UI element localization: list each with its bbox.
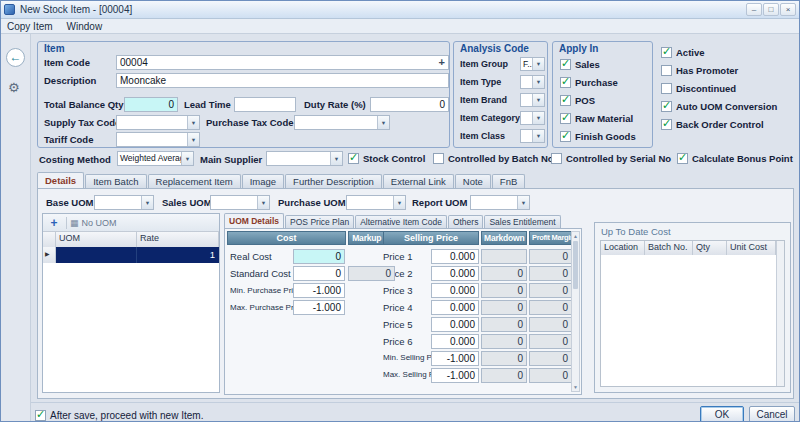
total-balance-qty-input[interactable]: 0 [124, 97, 178, 112]
subtab-uom-details[interactable]: UOM Details [224, 213, 284, 228]
vertical-scrollbar[interactable]: ▲ ▼ [571, 231, 580, 392]
profit-margin-input[interactable]: 0 [529, 283, 572, 298]
checkbox-discontinued[interactable]: Discontinued [661, 82, 736, 95]
standard-cost-markup-input[interactable]: 0 [348, 266, 395, 281]
markdown-input[interactable]: 0 [481, 300, 527, 315]
tab-note[interactable]: Note [455, 174, 491, 188]
markdown-input[interactable]: 0 [481, 334, 527, 349]
chevron-down-icon[interactable]: ▼ [187, 133, 199, 146]
supply-tax-code-combo[interactable]: ▼ [116, 115, 200, 130]
chevron-down-icon[interactable]: ▼ [532, 130, 544, 142]
markdown-input[interactable]: 0 [481, 351, 527, 366]
scroll-down-icon[interactable]: ▼ [572, 383, 579, 391]
tab-further-description[interactable]: Further Description [285, 174, 382, 188]
report-uom-combo[interactable]: ▼ [470, 195, 530, 210]
item-group-combo[interactable]: F...▼ [520, 57, 545, 71]
checkbox-auto-uom-conversion[interactable]: Auto UOM Conversion [661, 100, 777, 113]
chevron-down-icon[interactable]: ▼ [532, 94, 544, 106]
chevron-down-icon[interactable]: ▼ [393, 196, 405, 209]
gear-icon[interactable]: ⚙ [8, 80, 20, 95]
chevron-down-icon[interactable]: ▼ [532, 112, 544, 124]
subtab-alternative-item-code[interactable]: Alternative Item Code [355, 215, 447, 228]
chevron-down-icon[interactable]: ▼ [517, 196, 529, 209]
tab-image[interactable]: Image [242, 174, 284, 188]
markdown-input[interactable] [481, 249, 527, 264]
lead-time-input[interactable] [234, 97, 296, 112]
profit-margin-input[interactable]: 0 [529, 368, 572, 383]
base-uom-combo[interactable]: ▼ [94, 195, 154, 210]
real-cost-input[interactable]: 0 [293, 249, 345, 264]
add-uom-button[interactable]: + [45, 215, 63, 231]
profit-margin-input[interactable]: 0 [529, 317, 572, 332]
cancel-button[interactable]: Cancel [749, 406, 795, 422]
duty-rate-input[interactable]: 0 [370, 97, 449, 112]
profit-margin-input[interactable]: 0 [529, 249, 572, 264]
uom-column-header[interactable]: UOM [56, 232, 137, 247]
subtab-others[interactable]: Others [448, 215, 484, 228]
chevron-down-icon[interactable]: ▼ [377, 116, 389, 129]
selling-price-input[interactable]: 0.000 [431, 334, 479, 349]
chevron-down-icon[interactable]: ▼ [181, 152, 193, 165]
item-type-combo[interactable]: ▼ [520, 75, 545, 89]
markdown-input[interactable]: 0 [481, 368, 527, 383]
checkbox-back-order-control[interactable]: Back Order Control [661, 118, 764, 131]
maximize-icon[interactable]: □ [763, 3, 779, 16]
tab-replacement-item[interactable]: Replacement Item [148, 174, 241, 188]
subtab-pos-price-plan[interactable]: POS Price Plan [285, 215, 354, 228]
item-brand-combo[interactable]: ▼ [520, 93, 545, 107]
checkbox-active[interactable]: Active [661, 46, 705, 59]
tab-details[interactable]: Details [37, 172, 84, 188]
checkbox-finish-goods[interactable]: Finish Goods [560, 130, 636, 143]
chevron-down-icon[interactable]: ▼ [187, 116, 199, 129]
selling-price-input[interactable]: 0.000 [431, 317, 479, 332]
sales-uom-combo[interactable]: ▼ [210, 195, 270, 210]
selling-price-input[interactable]: 0.000 [431, 266, 479, 281]
profit-margin-input[interactable]: 0 [529, 334, 572, 349]
no-uom-button[interactable]: No UOM [82, 218, 117, 228]
subtab-sales-entitlement[interactable]: Sales Entitlement [484, 215, 560, 228]
purchase-uom-combo[interactable]: ▼ [346, 195, 406, 210]
qty-column-header[interactable]: Qty [693, 241, 727, 255]
min-selling-price-input[interactable]: -1.000 [431, 351, 479, 366]
menu-window[interactable]: Window [67, 21, 103, 32]
unit-cost-column-header[interactable]: Unit Cost [727, 241, 776, 255]
markdown-input[interactable]: 0 [481, 283, 527, 298]
chevron-down-icon[interactable]: ▼ [532, 58, 544, 70]
chevron-down-icon[interactable]: ▼ [257, 196, 269, 209]
chevron-down-icon[interactable]: ▼ [330, 152, 342, 165]
profit-margin-input[interactable]: 0 [529, 266, 572, 281]
checkbox-raw-material[interactable]: Raw Material [560, 112, 633, 125]
uom-grid-row[interactable]: ▶ 1 [43, 247, 219, 263]
selling-price-input[interactable]: 0.000 [431, 249, 479, 264]
scroll-up-icon[interactable]: ▲ [572, 232, 579, 240]
profit-margin-input[interactable]: 0 [529, 351, 572, 366]
profit-margin-input[interactable]: 0 [529, 300, 572, 315]
item-code-input[interactable]: 00004 + [116, 55, 449, 70]
tab-item-batch[interactable]: Item Batch [85, 174, 146, 188]
add-item-code-button[interactable]: + [439, 57, 445, 68]
minimize-icon[interactable]: – [746, 3, 762, 16]
checkbox-sales[interactable]: Sales [560, 58, 600, 71]
ok-button[interactable]: OK [700, 406, 744, 422]
item-class-combo[interactable]: ▼ [520, 129, 545, 143]
selling-price-input[interactable]: 0.000 [431, 283, 479, 298]
rate-column-header[interactable]: Rate [137, 232, 219, 247]
min-purchase-price-input[interactable]: -1.000 [293, 283, 345, 298]
checkbox-stock-control[interactable]: Stock Control [348, 152, 425, 165]
standard-cost-input[interactable]: 0 [293, 266, 345, 281]
chevron-down-icon[interactable]: ▼ [141, 196, 153, 209]
checkbox-controlled-by-batch-no[interactable]: Controlled by Batch No [433, 152, 554, 165]
purchase-tax-code-combo[interactable]: ▼ [294, 115, 390, 130]
checkbox-controlled-by-serial-no[interactable]: Controlled by Serial No [551, 152, 671, 165]
vertical-scrollbar[interactable] [776, 241, 784, 386]
tab-fnb[interactable]: FnB [492, 174, 525, 188]
description-input[interactable]: Mooncake [116, 73, 449, 88]
costing-method-combo[interactable]: Weighted Average▼ [117, 151, 194, 166]
markdown-input[interactable]: 0 [481, 317, 527, 332]
tariff-code-combo[interactable]: ▼ [116, 132, 200, 147]
tab-external-link[interactable]: External Link [383, 174, 454, 188]
main-supplier-combo[interactable]: ▼ [266, 151, 343, 166]
max-purchase-price-input[interactable]: -1.000 [293, 300, 345, 315]
checkbox-after-save-proceed[interactable]: After save, proceed with new Item. [35, 409, 203, 422]
rate-cell[interactable]: 1 [137, 247, 219, 263]
